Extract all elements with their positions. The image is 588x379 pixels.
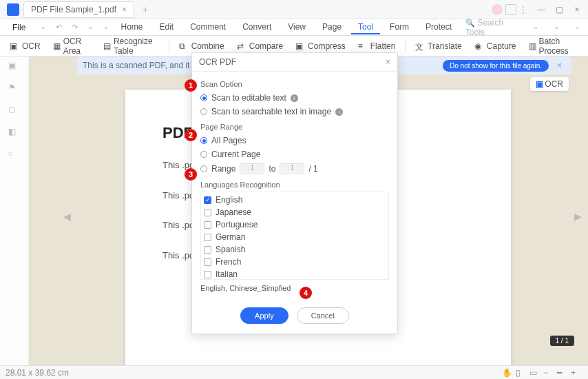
menu-tool[interactable]: Tool — [351, 21, 380, 34]
menu-edit[interactable]: Edit — [153, 21, 181, 34]
app-logo-icon — [7, 3, 19, 16]
email-icon[interactable]: ▫ — [101, 22, 112, 33]
ribbon-flatten[interactable]: ≡Flatten — [354, 40, 400, 52]
zoom-out-icon[interactable]: − — [543, 368, 553, 378]
compress-icon: ▣ — [295, 41, 305, 51]
checkbox-icon — [204, 234, 211, 241]
lang-item[interactable]: Spanish — [204, 243, 386, 256]
ribbon-batch[interactable]: ▥Batch Process — [525, 35, 583, 57]
document-tab[interactable]: PDF File Sample_1.pdf × — [23, 1, 134, 18]
ribbon-translate[interactable]: 文Translate — [411, 40, 466, 52]
home-icon[interactable]: ▫ — [571, 22, 582, 33]
menu-home[interactable]: Home — [114, 21, 149, 34]
fit-page-icon[interactable]: ▯ — [516, 368, 525, 378]
thumbnails-icon[interactable]: ▣ — [8, 61, 21, 73]
banner-dont-show[interactable]: Do not show for this file again. — [443, 60, 549, 72]
lang-item[interactable]: ✓English — [204, 194, 386, 206]
table-icon: ▤ — [103, 41, 111, 51]
lang-item[interactable]: French — [204, 256, 386, 268]
cancel-button[interactable]: Cancel — [297, 307, 349, 324]
checkbox-icon — [204, 246, 211, 254]
lang-label: Languages Recognition — [200, 181, 389, 189]
prev-page-arrow[interactable]: ◀ — [63, 211, 72, 225]
range-to-input[interactable]: 1 — [280, 163, 304, 174]
lang-item[interactable]: Japanese — [204, 206, 386, 218]
checkbox-icon — [204, 271, 211, 278]
language-list[interactable]: ✓English Japanese Portuguese German Span… — [200, 192, 389, 280]
annotation-badge: 4 — [300, 287, 312, 299]
ocr-icon: ▣ — [10, 41, 19, 51]
share-icon[interactable] — [505, 4, 516, 15]
menu-form[interactable]: Form — [383, 21, 416, 34]
dialog-title: OCR PDF — [199, 57, 236, 67]
annotation-badge: 3 — [185, 168, 197, 181]
lang-item[interactable]: German — [204, 231, 386, 243]
ribbon-compress[interactable]: ▣Compress — [291, 40, 350, 52]
next-page-arrow[interactable]: ▶ — [574, 211, 582, 225]
zoom-in-icon[interactable]: + — [571, 368, 580, 378]
lang-item[interactable]: Portuguese — [204, 218, 386, 231]
attachments-icon[interactable]: ◧ — [8, 127, 21, 139]
close-tab-icon[interactable]: × — [122, 5, 127, 14]
print-icon[interactable]: ▫ — [85, 22, 96, 33]
file-menu[interactable]: File — [3, 23, 35, 32]
ribbon-recognize-table[interactable]: ▤Recognize Table — [99, 35, 163, 57]
menu-protect[interactable]: Protect — [419, 21, 459, 34]
window-controls: ⋮ — ▢ × — [492, 1, 585, 18]
apply-button[interactable]: Apply — [240, 307, 288, 324]
comments-icon[interactable]: ◻ — [8, 105, 21, 117]
radio-current-page[interactable]: Current Page — [200, 147, 389, 161]
menu-convert[interactable]: Convert — [235, 21, 278, 34]
radio-scan-searchable[interactable]: Scan to searchable text in image i — [200, 105, 389, 119]
maximize-button[interactable]: ▢ — [551, 1, 567, 18]
batch-icon: ▥ — [529, 41, 536, 51]
undo-icon[interactable]: ↶ — [54, 22, 64, 33]
history-icon[interactable]: ▫ — [530, 22, 541, 33]
search-tools[interactable]: 🔍 Search Tools — [465, 18, 521, 37]
new-tab-button[interactable]: + — [138, 4, 152, 15]
more-icon[interactable]: ⋮ — [519, 5, 527, 14]
zoom-slider[interactable]: ━ — [557, 368, 567, 378]
radio-icon — [200, 151, 207, 158]
ribbon-compare[interactable]: ⇄Compare — [233, 40, 287, 52]
range-to-label: to — [269, 164, 275, 174]
minimize-button[interactable]: — — [533, 1, 549, 18]
checkbox-icon — [204, 221, 211, 229]
radio-scan-editable[interactable]: Scan to editable text i — [200, 91, 389, 105]
hand-tool-icon[interactable]: ✋ — [502, 368, 512, 378]
capture-icon: ◉ — [474, 41, 484, 51]
radio-icon — [200, 108, 207, 115]
ribbon-ocr[interactable]: ▣OCR — [6, 40, 45, 52]
ocr-pdf-dialog: OCR PDF × Scan Option Scan to editable t… — [191, 52, 398, 334]
dialog-close-icon[interactable]: × — [386, 57, 390, 67]
menu-comment[interactable]: Comment — [183, 21, 233, 34]
range-from-input[interactable]: 1 — [240, 163, 264, 174]
info-icon[interactable]: i — [335, 108, 343, 116]
menu-page[interactable]: Page — [315, 21, 348, 34]
fit-width-icon[interactable]: ▭ — [529, 368, 539, 378]
save-icon[interactable]: ▫ — [38, 22, 48, 33]
ocr-badge[interactable]: ▣ OCR — [530, 77, 569, 91]
titlebar: PDF File Sample_1.pdf × + ⋮ — ▢ × — [0, 0, 588, 19]
dialog-footer: Apply Cancel — [192, 300, 397, 334]
ribbon-ocr-area[interactable]: ▦OCR Area — [49, 35, 95, 57]
redo-icon[interactable]: ↷ — [70, 22, 80, 33]
close-window-button[interactable]: × — [569, 1, 585, 18]
cloud-icon[interactable]: ▫ — [551, 22, 562, 33]
dialog-header: OCR PDF × — [192, 53, 397, 72]
menu-view[interactable]: View — [281, 21, 313, 34]
compare-icon: ⇄ — [237, 41, 246, 51]
banner-close-icon[interactable]: × — [553, 61, 566, 70]
annotation-badge: 1 — [185, 79, 197, 92]
ribbon-combine[interactable]: ⧉Combine — [175, 40, 229, 52]
bookmarks-icon[interactable]: ⚑ — [8, 83, 21, 95]
search-icon[interactable]: ○ — [8, 149, 21, 161]
lang-item[interactable]: Italian — [204, 268, 386, 280]
radio-all-pages[interactable]: All Pages — [200, 134, 389, 147]
ribbon-capture[interactable]: ◉Capture — [470, 40, 521, 52]
info-icon[interactable]: i — [291, 94, 298, 102]
radio-icon[interactable] — [200, 165, 207, 172]
main-menu: Home Edit Comment Convert View Page Tool… — [114, 21, 459, 34]
page-range-label: Page Range — [200, 123, 389, 131]
flatten-icon: ≡ — [358, 41, 368, 51]
